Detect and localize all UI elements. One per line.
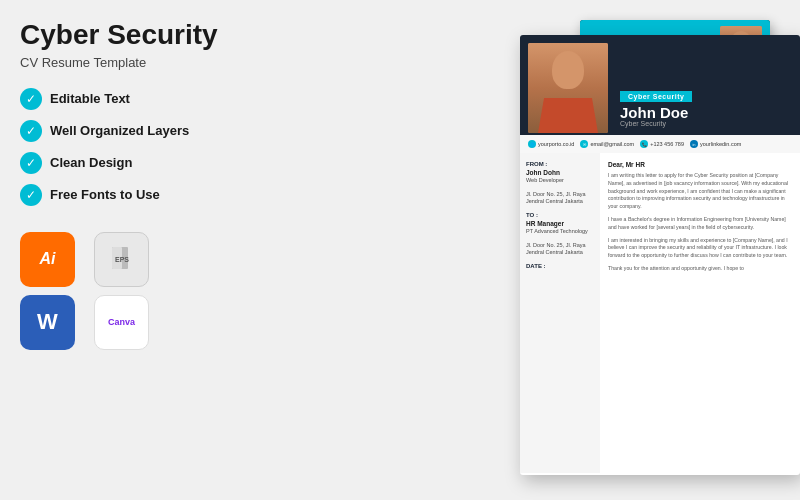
feature-item-editable: ✓ Editable Text: [20, 88, 240, 110]
feature-label-fonts: Free Fonts to Use: [50, 187, 160, 202]
contact-email: ✉ email@gmail.com: [580, 140, 634, 148]
resume-contact-bar: 🌐 yourporto.co.id ✉ email@gmail.com 📞 +1…: [520, 135, 800, 153]
photo-head: [552, 51, 584, 89]
check-icon-fonts: ✓: [20, 184, 42, 206]
main-title: Cyber Security: [20, 20, 240, 51]
linkedin-icon: in: [690, 140, 698, 148]
check-icon-clean: ✓: [20, 152, 42, 174]
contact-website: yourporto.co.id: [538, 141, 574, 147]
subtitle: CV Resume Template: [20, 55, 240, 70]
right-panel: John Doe ber Security ourporto.co.id ema…: [260, 0, 800, 500]
contact-linkedin: in yourlinkedin.com: [690, 140, 741, 148]
date-label: Date :: [526, 263, 594, 269]
contact-phone-val: +123 456 789: [650, 141, 684, 147]
resume-name: John Doe: [620, 105, 692, 120]
to-address: Jl. Door No. 25, Jl. Raya Jendral Centra…: [526, 242, 594, 257]
file-icon-ai: Ai: [20, 232, 75, 287]
from-address: Jl. Door No. 25, Jl. Raya Jendral Centra…: [526, 191, 594, 206]
resume-body: From : John Dohn Web Developer Jl. Door …: [520, 153, 800, 473]
contact-email-val: email@gmail.com: [590, 141, 634, 147]
globe-icon: 🌐: [528, 140, 536, 148]
canva-label: Canva: [108, 317, 135, 327]
to-label: To :: [526, 212, 594, 218]
file-icon-word: W: [20, 295, 75, 350]
phone-icon: 📞: [640, 140, 648, 148]
resume-photo: [528, 43, 608, 133]
feature-item-clean: ✓ Clean Design: [20, 152, 240, 174]
resume-job-label: Cyber Security: [620, 91, 692, 102]
contact-linkedin-val: yourlinkedin.com: [700, 141, 741, 147]
to-company: PT Advanced Technology: [526, 228, 594, 236]
feature-label-layers: Well Organized Layers: [50, 123, 189, 138]
feature-label-editable: Editable Text: [50, 91, 130, 106]
body-para-3: I am interested in bringing my skills an…: [608, 237, 792, 260]
resume-left-col: From : John Dohn Web Developer Jl. Door …: [520, 153, 600, 473]
resume-role-front: Cyber Security: [620, 120, 692, 127]
eps-icon-svg: EPS: [108, 245, 136, 273]
feature-label-clean: Clean Design: [50, 155, 132, 170]
to-name: HR Manager: [526, 220, 594, 227]
photo-shirt: [538, 98, 598, 133]
word-label: W: [37, 309, 58, 335]
svg-text:EPS: EPS: [114, 256, 128, 263]
file-icons-grid: Ai EPS W Canva: [20, 232, 160, 350]
from-name: John Dohn: [526, 169, 594, 176]
resume-front: Cyber Security John Doe Cyber Security 🌐…: [520, 35, 800, 475]
ai-label: Ai: [40, 250, 56, 268]
file-icon-eps: EPS: [94, 232, 149, 287]
check-icon-layers: ✓: [20, 120, 42, 142]
feature-list: ✓ Editable Text ✓ Well Organized Layers …: [20, 88, 240, 206]
body-para-1: I am writing this letter to apply for th…: [608, 172, 792, 211]
from-label: From :: [526, 161, 594, 167]
body-para-2: I have a Bachelor's degree in Informatio…: [608, 216, 792, 232]
check-icon-editable: ✓: [20, 88, 42, 110]
resume-name-block: Cyber Security John Doe Cyber Security: [620, 85, 692, 127]
left-panel: Cyber Security CV Resume Template ✓ Edit…: [0, 0, 260, 500]
contact-phone: 📞 +123 456 789: [640, 140, 684, 148]
contact-globe: 🌐 yourporto.co.id: [528, 140, 574, 148]
feature-item-layers: ✓ Well Organized Layers: [20, 120, 240, 142]
body-para-4: Thank you for the attention and opportun…: [608, 265, 792, 273]
resume-header: Cyber Security John Doe Cyber Security: [520, 35, 800, 135]
from-role: Web Developer: [526, 177, 594, 185]
email-icon: ✉: [580, 140, 588, 148]
feature-item-fonts: ✓ Free Fonts to Use: [20, 184, 240, 206]
resume-right-col: Dear, Mr HR I am writing this letter to …: [600, 153, 800, 473]
file-icon-canva: Canva: [94, 295, 149, 350]
dear-line: Dear, Mr HR: [608, 161, 792, 168]
